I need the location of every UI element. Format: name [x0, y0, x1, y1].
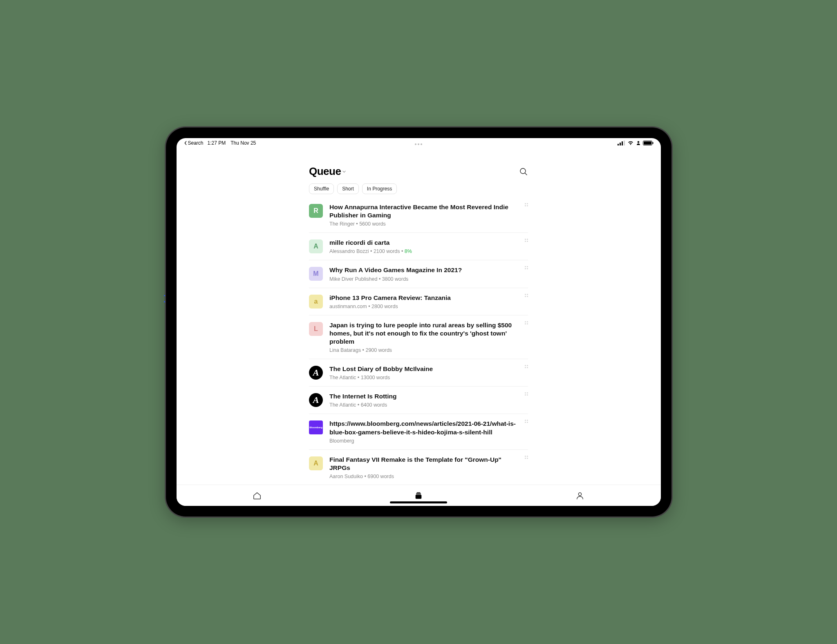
page-title-dropdown[interactable]: Queue — [309, 165, 346, 178]
article-body: The Lost Diary of Bobby McIlvaineThe Atl… — [329, 365, 528, 380]
article-title: The Lost Diary of Bobby McIlvaine — [329, 365, 516, 373]
home-indicator[interactable] — [390, 501, 447, 503]
drag-handle-icon[interactable] — [525, 392, 528, 396]
article-thumbnail: L — [309, 322, 323, 336]
back-to-search-button[interactable]: Search — [184, 140, 204, 146]
profile-icon — [575, 491, 584, 500]
filter-short[interactable]: Short — [337, 183, 359, 194]
article-thumbnail: A — [309, 393, 323, 407]
drag-handle-icon[interactable] — [525, 203, 528, 206]
article-list: RHow Annapurna Interactive Became the Mo… — [309, 203, 528, 485]
content-area: Queue Shuffle Short In Progress — [177, 148, 661, 485]
article-thumbnail: A — [309, 456, 323, 470]
filter-shuffle[interactable]: Shuffle — [309, 183, 334, 194]
svg-rect-2 — [622, 141, 623, 145]
article-item[interactable]: LJapan is trying to lure people into rur… — [309, 315, 528, 359]
drag-handle-icon[interactable] — [525, 239, 528, 242]
search-button[interactable] — [519, 167, 528, 176]
tab-profile[interactable] — [564, 491, 596, 500]
article-item[interactable]: AFinal Fantasy VII Remake is the Templat… — [309, 450, 528, 485]
page-header: Queue — [309, 165, 528, 178]
article-body: https://www.bloomberg.com/news/articles/… — [329, 420, 528, 443]
svg-rect-10 — [416, 492, 420, 493]
svg-rect-7 — [652, 142, 653, 144]
main-content: Queue Shuffle Short In Progress — [309, 148, 528, 485]
article-item[interactable]: Bloomberghttps://www.bloomberg.com/news/… — [309, 414, 528, 449]
article-body: mille ricordi di cartaAlessandro Bozzi •… — [329, 239, 528, 254]
article-meta: Bloomberg — [329, 438, 516, 444]
article-meta: Mike Diver Published • 3800 words — [329, 276, 516, 282]
article-item[interactable]: RHow Annapurna Interactive Became the Mo… — [309, 203, 528, 233]
ipad-device-frame: Search 1:27 PM Thu Nov 25 — [166, 127, 671, 517]
wifi-icon — [627, 141, 634, 145]
article-item[interactable]: AThe Internet Is RottingThe Atlantic • 6… — [309, 387, 528, 414]
svg-point-4 — [637, 141, 639, 143]
article-thumbnail: a — [309, 295, 323, 309]
cellular-signal-icon — [618, 141, 625, 145]
article-thumbnail: M — [309, 267, 323, 281]
chevron-down-icon — [342, 170, 346, 173]
svg-rect-0 — [618, 144, 619, 145]
article-body: The Internet Is RottingThe Atlantic • 64… — [329, 392, 528, 408]
article-meta: Lina Batarags • 2900 words — [329, 347, 516, 353]
svg-rect-1 — [620, 143, 621, 145]
article-meta: Alessandro Bozzi • 2100 words • 8% — [329, 248, 516, 254]
article-item[interactable]: AThe Lost Diary of Bobby McIlvaineThe At… — [309, 359, 528, 387]
tab-bar — [177, 485, 661, 506]
article-title: mille ricordi di carta — [329, 239, 516, 247]
article-body: Final Fantasy VII Remake is the Template… — [329, 456, 528, 479]
article-thumbnail: A — [309, 366, 323, 380]
drag-handle-icon[interactable] — [525, 420, 528, 423]
drag-handle-icon[interactable] — [525, 294, 528, 297]
drag-handle-icon[interactable] — [525, 266, 528, 269]
drag-handle-icon[interactable] — [525, 321, 528, 324]
user-switch-icon — [636, 141, 640, 145]
article-body: Why Run A Video Games Magazine In 2021?M… — [329, 266, 528, 282]
article-title: Final Fantasy VII Remake is the Template… — [329, 456, 516, 472]
article-meta: The Ringer • 5600 words — [329, 221, 516, 227]
status-bar: Search 1:27 PM Thu Nov 25 — [177, 138, 661, 148]
article-title: The Internet Is Rotting — [329, 392, 516, 400]
article-title: How Annapurna Interactive Became the Mos… — [329, 203, 516, 219]
page-title: Queue — [309, 165, 341, 178]
article-title: Japan is trying to lure people into rura… — [329, 321, 516, 346]
article-thumbnail: A — [309, 239, 323, 253]
multitasking-grabber[interactable] — [415, 143, 422, 145]
back-chevron-icon — [184, 141, 187, 145]
article-title: https://www.bloomberg.com/news/articles/… — [329, 420, 516, 436]
article-title: Why Run A Video Games Magazine In 2021? — [329, 266, 516, 274]
battery-icon — [643, 141, 653, 145]
home-icon — [253, 491, 262, 500]
svg-point-13 — [578, 492, 581, 495]
back-label: Search — [188, 140, 204, 146]
status-bar-right — [618, 141, 653, 145]
article-body: iPhone 13 Pro Camera Review: Tanzaniaaus… — [329, 294, 528, 309]
article-meta: Aaron Suduiko • 6900 words — [329, 474, 516, 479]
article-item[interactable]: MWhy Run A Video Games Magazine In 2021?… — [309, 260, 528, 288]
filter-in-progress[interactable]: In Progress — [362, 183, 397, 194]
article-thumbnail: Bloomberg — [309, 420, 323, 434]
article-progress: 8% — [405, 248, 412, 254]
svg-rect-11 — [416, 493, 421, 494]
article-item[interactable]: aiPhone 13 Pro Camera Review: Tanzaniaau… — [309, 288, 528, 315]
drag-handle-icon[interactable] — [525, 456, 528, 459]
device-side-indicators — [164, 295, 165, 302]
tab-home[interactable] — [241, 491, 273, 500]
svg-line-9 — [525, 173, 527, 175]
article-body: Japan is trying to lure people into rura… — [329, 321, 528, 353]
article-title: iPhone 13 Pro Camera Review: Tanzania — [329, 294, 516, 302]
status-time: 1:27 PM — [208, 140, 226, 146]
status-bar-left: Search 1:27 PM Thu Nov 25 — [184, 140, 256, 146]
svg-rect-3 — [624, 141, 625, 145]
filter-pills: Shuffle Short In Progress — [309, 183, 528, 194]
svg-rect-6 — [644, 141, 651, 145]
article-meta: The Atlantic • 13000 words — [329, 375, 516, 380]
status-date: Thu Nov 25 — [231, 140, 256, 146]
screen: Search 1:27 PM Thu Nov 25 — [177, 138, 661, 506]
tab-queue[interactable] — [402, 491, 435, 500]
article-meta: The Atlantic • 6400 words — [329, 402, 516, 408]
search-icon — [519, 168, 528, 176]
svg-rect-12 — [416, 494, 422, 499]
drag-handle-icon[interactable] — [525, 365, 528, 368]
article-item[interactable]: Amille ricordi di cartaAlessandro Bozzi … — [309, 233, 528, 260]
